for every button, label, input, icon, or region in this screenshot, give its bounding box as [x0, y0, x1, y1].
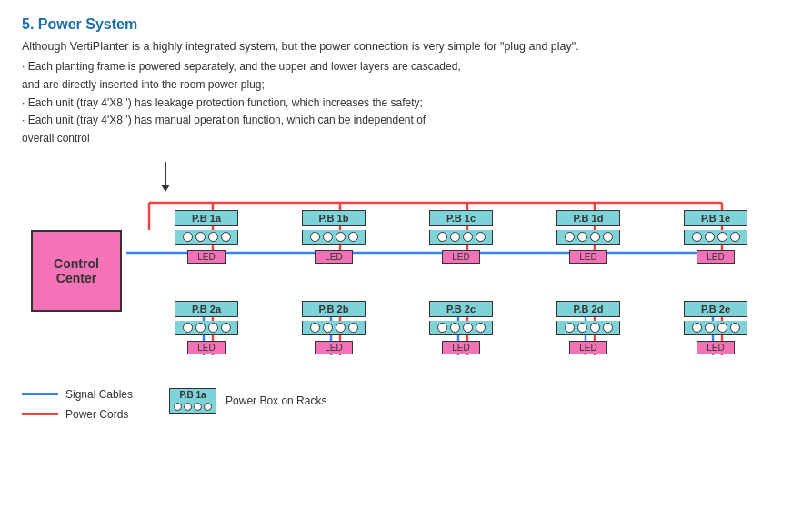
led-1e: LED — [697, 250, 734, 264]
pb-2d-circles — [556, 321, 620, 335]
circle — [476, 232, 486, 242]
pb-1b-circles — [302, 230, 366, 245]
circle — [221, 323, 231, 333]
circle — [577, 232, 587, 242]
led-2c: LED — [442, 341, 479, 354]
bullet-points: · Each planting frame is powered separat… — [22, 58, 790, 148]
circle — [195, 232, 206, 242]
intro-text: Although VertiPlanter is a highly integr… — [22, 40, 790, 53]
led-1d: LED — [569, 250, 606, 264]
pb-1c-label: P.B 1c — [429, 210, 493, 226]
circle — [183, 232, 193, 242]
circle — [437, 232, 447, 242]
circle — [476, 323, 486, 333]
legend-lines: Signal Cables Power Cords — [22, 388, 133, 421]
circle — [208, 232, 218, 242]
circle — [348, 323, 358, 333]
led-2b: LED — [315, 341, 352, 354]
circle — [692, 323, 702, 333]
circle — [565, 232, 575, 242]
pb-2c-label: P.B 2c — [429, 301, 493, 317]
power-box-on-racks-label: Power Box on Racks — [226, 394, 326, 407]
circle — [450, 232, 460, 242]
legend-circle — [174, 403, 182, 411]
pb-2e-circles — [684, 321, 747, 335]
circle — [590, 232, 600, 242]
pb-2c-circles — [429, 321, 493, 335]
circle — [565, 323, 575, 333]
page: 5. Power System Although VertiPlanter is… — [0, 0, 812, 509]
circle — [577, 323, 587, 333]
legend-pb-circles — [170, 401, 216, 413]
pb-2c-group: P.B 2c LED — [429, 301, 493, 354]
signal-cables-label: Signal Cables — [65, 388, 133, 401]
pb-1d-circles — [556, 230, 620, 245]
pb-1b-group: P.B 1b LED — [302, 210, 366, 264]
led-1c: LED — [442, 250, 479, 264]
circle — [717, 232, 727, 242]
circle — [705, 232, 715, 242]
circle — [705, 323, 715, 333]
power-cords-label: Power Cords — [65, 408, 128, 421]
signal-cables-legend: Signal Cables — [22, 388, 133, 401]
pb-1c-group: P.B 1c LED — [429, 210, 493, 264]
legend-circle — [194, 403, 202, 411]
pb-1a-label: P.B 1a — [175, 210, 238, 226]
power-box-legend: P.B 1a Power Box on Racks — [169, 388, 326, 414]
pb-2e-group: P.B 2e LED — [684, 301, 747, 354]
circle — [348, 232, 358, 242]
pb-1a-circles — [175, 230, 238, 245]
circle — [195, 323, 206, 333]
led-2e: LED — [697, 341, 734, 354]
legend-pb-label: P.B 1a — [174, 389, 211, 401]
bullet-1: · Each planting frame is powered separat… — [22, 58, 790, 76]
circle — [323, 323, 333, 333]
pb-1b-label: P.B 1b — [302, 210, 366, 226]
bullet-2: · Each unit (tray 4'X8 ') has leakage pr… — [22, 95, 790, 113]
circle — [183, 323, 193, 333]
legend-circle — [204, 403, 212, 411]
circle — [323, 232, 333, 242]
power-system-diagram: ControlCenter P.B 1a LED P.B 1b LED — [22, 157, 786, 421]
power-cords-legend: Power Cords — [22, 408, 133, 421]
pb-1d-label: P.B 1d — [556, 210, 620, 226]
pb-1e-group: P.B 1e LED — [684, 210, 747, 264]
bullet-1b: and are directly inserted into the room … — [22, 76, 790, 95]
pb-2a-label: P.B 2a — [175, 301, 238, 317]
led-2a: LED — [187, 341, 225, 354]
circle — [603, 232, 613, 242]
circle — [221, 232, 231, 242]
pb-2d-group: P.B 2d LED — [556, 301, 620, 354]
legend-circle — [184, 403, 192, 411]
circle — [310, 323, 320, 333]
pb-1d-group: P.B 1d LED — [556, 210, 620, 264]
circle — [208, 323, 218, 333]
legend: Signal Cables Power Cords P.B 1a — [22, 388, 326, 421]
pb-1e-circles — [684, 230, 747, 245]
circle — [730, 323, 740, 333]
pb-2e-label: P.B 2e — [684, 301, 747, 317]
legend-pb-box: P.B 1a — [169, 388, 216, 414]
pb-2b-label: P.B 2b — [302, 301, 366, 317]
circle — [336, 323, 346, 333]
section-title: 5. Power System — [22, 16, 790, 33]
led-2d: LED — [569, 341, 606, 354]
pb-2a-group: P.B 2a LED — [175, 301, 238, 354]
circle — [603, 323, 613, 333]
circle — [692, 232, 702, 242]
circle — [336, 232, 346, 242]
control-center-box: ControlCenter — [31, 230, 122, 312]
circle — [463, 232, 473, 242]
pb-1c-circles — [429, 230, 493, 245]
led-1a: LED — [187, 250, 225, 264]
circle — [463, 323, 473, 333]
svg-marker-1 — [161, 185, 170, 192]
pb-1a-group: P.B 1a LED — [175, 210, 238, 264]
circle — [590, 323, 600, 333]
pb-2a-circles — [175, 321, 238, 335]
signal-cable-line — [22, 393, 58, 395]
control-center-label: ControlCenter — [54, 256, 99, 285]
bullet-3: · Each unit (tray 4'X8 ') has manual ope… — [22, 112, 790, 130]
led-1b: LED — [315, 250, 352, 264]
power-cord-line — [22, 413, 58, 415]
